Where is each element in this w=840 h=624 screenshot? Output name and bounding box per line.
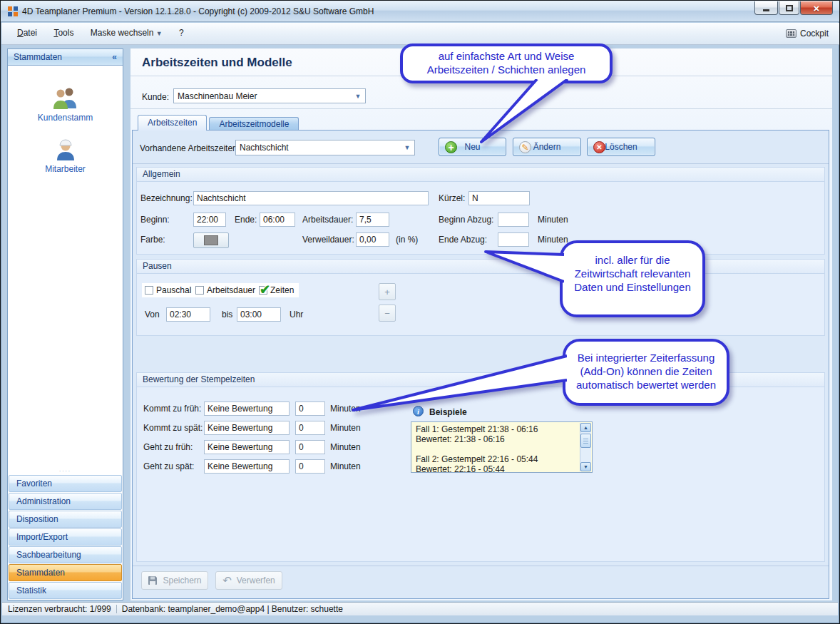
- arbeitsdauer-input[interactable]: [356, 213, 389, 227]
- cockpit-label: Cockpit: [800, 29, 829, 39]
- sidebar-item-label: Mitarbeiter: [8, 164, 123, 174]
- checkbox-icon: [145, 286, 153, 295]
- neu-button[interactable]: + Neu: [439, 138, 506, 156]
- employee-icon: [53, 137, 78, 161]
- add-icon: +: [445, 141, 457, 153]
- sidebar-item-kundenstamm[interactable]: Kundenstamm: [8, 86, 123, 123]
- menu-tools[interactable]: Tools: [46, 24, 81, 41]
- scroll-thumb[interactable]: [580, 434, 591, 448]
- collapse-icon[interactable]: «: [112, 52, 117, 62]
- beispiele-title: Beispiele: [429, 407, 467, 417]
- page-title: Arbeitszeiten und Modelle: [142, 56, 292, 70]
- main-area: Arbeitszeiten und Modelle Kunde: Maschin…: [130, 48, 832, 600]
- arbeitsdauer-checkbox[interactable]: Arbeitsdauer: [193, 283, 260, 297]
- bis-input[interactable]: [237, 307, 281, 322]
- beginn-abzug-label: Beginn Abzug:: [439, 215, 493, 225]
- divider: [130, 76, 832, 76]
- menu-help[interactable]: ?: [172, 24, 191, 41]
- group-allgemein: Allgemein Bezeichnung: Kürzel: Beginn: E…: [136, 167, 825, 255]
- customers-icon: [51, 86, 80, 110]
- close-button[interactable]: ×: [800, 1, 833, 15]
- arbeitszeiten-select[interactable]: Nachtschicht ▼: [235, 140, 415, 155]
- von-label: Von: [145, 310, 160, 319]
- beginn-abzug-input[interactable]: [498, 213, 529, 227]
- aendern-button[interactable]: ✎ Ändern: [513, 138, 581, 156]
- ende-abzug-input[interactable]: [498, 232, 529, 247]
- edit-pencil-icon: ✎: [519, 141, 531, 153]
- statusbar: Lizenzen verbraucht: 1/999 Datenbank: te…: [2, 602, 838, 615]
- speichern-button[interactable]: Speichern: [141, 571, 208, 590]
- scroll-up-button[interactable]: ▲: [580, 423, 591, 432]
- sidebar-item-mitarbeiter[interactable]: Mitarbeiter: [8, 137, 123, 174]
- sidebar-item-import-export[interactable]: Import/Export: [9, 528, 122, 546]
- discard-undo-icon: ↶: [222, 574, 232, 587]
- minuten-label: Minuten: [538, 215, 568, 225]
- status-divider: [116, 605, 117, 613]
- tabstrip: Arbeitszeiten Arbeitszeitmodelle: [138, 115, 299, 131]
- checkbox-icon: ✔: [259, 286, 267, 295]
- verwerfen-button[interactable]: ↶ Verwerfen: [215, 571, 282, 590]
- menu-maske-wechseln[interactable]: Maske wechseln ▼: [83, 24, 170, 41]
- save-floppy-icon: [148, 576, 158, 585]
- geht-zu-spaet-label: Geht zu spät:: [143, 461, 194, 471]
- bezeichnung-input[interactable]: [193, 191, 429, 205]
- maximize-button[interactable]: [779, 1, 799, 15]
- farbe-color-button[interactable]: [193, 232, 229, 248]
- sidebar-item-statistik[interactable]: Statistik: [9, 582, 122, 599]
- tab-arbeitszeiten[interactable]: Arbeitszeiten: [138, 115, 207, 131]
- geht-zu-spaet-select[interactable]: [204, 459, 290, 474]
- ende-input[interactable]: [260, 213, 295, 227]
- minuten-label: Minuten: [330, 404, 361, 414]
- add-pause-button[interactable]: +: [379, 283, 396, 300]
- verweildauer-input[interactable]: [356, 232, 389, 247]
- kommt-zu-spaet-minutes[interactable]: [295, 421, 325, 435]
- scrollbar[interactable]: ▲ ▼: [580, 423, 591, 471]
- kommt-zu-spaet-select[interactable]: [204, 421, 290, 435]
- kommt-zu-frueh-select[interactable]: [204, 401, 290, 416]
- menu-datei[interactable]: Datei: [10, 24, 44, 41]
- minimize-button[interactable]: [754, 1, 778, 15]
- info-icon: i: [413, 406, 424, 416]
- color-swatch: [204, 235, 218, 245]
- group-allgemein-header: Allgemein: [137, 168, 824, 182]
- kunde-select[interactable]: Maschinenbau Meier ▼: [173, 88, 366, 103]
- beispiele-listbox[interactable]: Fall 1: Gestempelt 21:38 - 06:16 Bewerte…: [411, 421, 593, 473]
- group-bewertung-header: Bewertung der Stempelzeiten: [137, 373, 824, 387]
- maximize-icon: [786, 5, 793, 11]
- zeiten-checkbox[interactable]: ✔ Zeiten: [256, 283, 299, 297]
- scroll-down-button[interactable]: ▼: [580, 462, 591, 471]
- splitter-grip[interactable]: ....: [8, 468, 123, 474]
- geht-zu-spaet-minutes[interactable]: [295, 459, 325, 474]
- bis-label: bis: [222, 310, 232, 319]
- titlebar[interactable]: 4D Teamplaner Premium - Version 12.1.28.…: [1, 1, 839, 22]
- loeschen-button[interactable]: ✕ Löschen: [587, 138, 655, 156]
- arbeitsdauer-checkbox-label: Arbeitsdauer: [207, 285, 255, 295]
- group-pausen: Pausen Pauschal Arbeitsdauer ✔ Zeiten + …: [136, 259, 825, 336]
- beispiel-line: Bewertet: 21:38 - 06:16: [416, 434, 578, 444]
- sidebar-item-sachbearbeitung[interactable]: Sachbearbeitung: [9, 546, 122, 563]
- sidebar-item-administration[interactable]: Administration: [9, 493, 122, 510]
- vorhandene-arbeitszeiten-label: Vorhandene Arbeitszeiten:: [140, 143, 240, 153]
- tab-arbeitszeitmodelle[interactable]: Arbeitszeitmodelle: [209, 117, 299, 131]
- sidebar-header[interactable]: Stammdaten «: [8, 49, 123, 66]
- pauschal-label: Pauschal: [156, 285, 191, 295]
- geht-zu-frueh-select[interactable]: [204, 440, 290, 454]
- kommt-zu-frueh-minutes[interactable]: [295, 401, 325, 416]
- remove-pause-button[interactable]: −: [379, 305, 396, 322]
- sidebar-item-disposition[interactable]: Disposition: [9, 511, 122, 528]
- geht-zu-frueh-minutes[interactable]: [295, 440, 325, 454]
- sidebar-item-stammdaten[interactable]: Stammdaten: [9, 564, 122, 581]
- minuten-label: Minuten: [330, 442, 361, 452]
- sidebar-item-favoriten[interactable]: Favoriten: [9, 475, 122, 492]
- arbeitszeiten-value: Nachtschicht: [236, 143, 400, 153]
- von-input[interactable]: [166, 307, 210, 322]
- beginn-input[interactable]: [193, 213, 226, 227]
- farbe-label: Farbe:: [140, 235, 165, 245]
- beispiel-line: Fall 1: Gestempelt 21:38 - 06:16: [416, 424, 578, 434]
- uhr-label: Uhr: [290, 310, 303, 319]
- cockpit-button[interactable]: Cockpit: [783, 27, 831, 40]
- kuerzel-input[interactable]: [468, 191, 530, 205]
- pauschal-checkbox[interactable]: Pauschal: [142, 283, 196, 297]
- beispiel-line: Bewertet: 22:16 - 05:44: [416, 464, 578, 473]
- group-bewertung: Bewertung der Stempelzeiten Kommt zu frü…: [136, 372, 825, 562]
